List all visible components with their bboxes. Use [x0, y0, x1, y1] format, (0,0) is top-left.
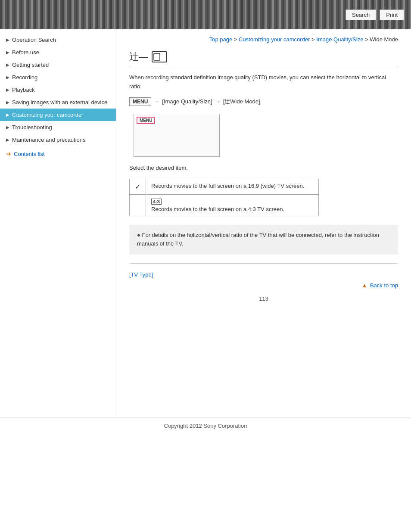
- page-header: Search Print: [0, 0, 411, 29]
- triangle-icon: ▲: [361, 282, 367, 289]
- table-row: 4:3 Records movies to the full screen on…: [130, 194, 319, 216]
- arrow-icon: ▶: [6, 137, 9, 142]
- arrow-symbol2: →: [215, 98, 221, 105]
- svg-rect-1: [154, 53, 160, 60]
- breadcrumb-customizing[interactable]: Customizing your camcorder: [239, 36, 310, 43]
- back-to-top-row: ▲ Back to top: [129, 282, 398, 289]
- menu-instruction-end: [辻Wide Mode].: [223, 98, 262, 106]
- check-col-2: [130, 194, 146, 216]
- sidebar-item-getting-started[interactable]: ▶ Getting started: [0, 59, 116, 71]
- wide-mode-icon: 辻—: [129, 50, 148, 63]
- select-desired-text: Select the desired item.: [129, 165, 398, 171]
- tv-type-link[interactable]: [TV Type]: [129, 271, 153, 278]
- sidebar-item-before-use[interactable]: ▶ Before use: [0, 46, 116, 59]
- breadcrumb-top[interactable]: Top page: [209, 36, 233, 43]
- option-desc-2: 4:3 Records movies to the full screen on…: [146, 194, 319, 216]
- arrow-icon: ▶: [6, 50, 9, 55]
- widemode-svg-icon: [152, 51, 167, 62]
- back-to-top-link[interactable]: ▲ Back to top: [361, 282, 398, 289]
- note-box: ● For details on the holizontal/vertical…: [129, 225, 398, 255]
- breadcrumb-sep2: >: [311, 36, 316, 43]
- arrow-symbol: →: [154, 98, 159, 105]
- check-col-1: ✓: [130, 179, 146, 194]
- content-area: Top page > Customizing your camcorder > …: [116, 29, 411, 417]
- arrow-icon: ▶: [6, 100, 9, 105]
- page-title-row: 辻—: [129, 50, 398, 67]
- menu-small-button: MENU: [137, 117, 155, 124]
- search-button[interactable]: Search: [346, 9, 376, 20]
- sidebar-item-customizing[interactable]: ▶ Customizing your camcorder: [0, 109, 116, 121]
- table-row: ✓ Records movies to the full screen on a…: [130, 179, 319, 194]
- screenshot-box: MENU: [134, 114, 220, 157]
- note-bullet: ●: [137, 232, 140, 238]
- contents-list-link[interactable]: ➜ Contents list: [0, 146, 116, 162]
- arrow-icon: ▶: [6, 125, 9, 130]
- breadcrumb-sep3: >: [365, 36, 370, 43]
- note-text: For details on the holizontal/vertical r…: [137, 232, 379, 247]
- copyright-text: Copyright 2012 Sony Corporation: [164, 423, 247, 429]
- body-text: When recording standard definition image…: [129, 73, 398, 91]
- divider: [129, 263, 398, 264]
- breadcrumb-sep1: >: [234, 36, 239, 43]
- breadcrumb-image-quality[interactable]: Image Quality/Size: [316, 36, 363, 43]
- sidebar: ▶ Operation Search ▶ Before use ▶ Gettin…: [0, 29, 116, 417]
- menu-instruction: MENU → [Image Quality/Size] → [辻Wide Mod…: [129, 97, 398, 106]
- sidebar-item-maintenance[interactable]: ▶ Maintenance and precautions: [0, 134, 116, 146]
- arrow-icon: ▶: [6, 62, 9, 67]
- breadcrumb: Top page > Customizing your camcorder > …: [129, 36, 398, 43]
- sidebar-item-playback[interactable]: ▶ Playback: [0, 84, 116, 96]
- option-desc-2-text: Records movies to the full screen on a 4…: [151, 206, 284, 212]
- arrow-right-icon: ➜: [6, 150, 11, 157]
- arrow-icon: ▶: [6, 112, 9, 117]
- print-button[interactable]: Print: [380, 9, 404, 20]
- options-table: ✓ Records movies to the full screen on a…: [129, 179, 319, 216]
- arrow-icon: ▶: [6, 75, 9, 80]
- sidebar-item-saving-images[interactable]: ▶ Saving images with an external device: [0, 96, 116, 109]
- breadcrumb-wide-mode: Wide Mode: [370, 36, 398, 43]
- page-number: 113: [129, 296, 398, 302]
- icon-43: 4:3: [151, 199, 162, 205]
- sidebar-item-recording[interactable]: ▶ Recording: [0, 71, 116, 84]
- menu-instruction-text: [Image Quality/Size]: [162, 98, 212, 105]
- footer: Copyright 2012 Sony Corporation: [0, 417, 411, 434]
- sidebar-item-operation-search[interactable]: ▶ Operation Search: [0, 34, 116, 46]
- arrow-icon: ▶: [6, 87, 9, 92]
- arrow-icon: ▶: [6, 37, 9, 42]
- option-desc-1: Records movies to the full screen on a 1…: [146, 179, 319, 194]
- main-layout: ▶ Operation Search ▶ Before use ▶ Gettin…: [0, 29, 411, 417]
- menu-button-label: MENU: [129, 97, 151, 106]
- sidebar-item-troubleshooting[interactable]: ▶ Troubleshooting: [0, 121, 116, 134]
